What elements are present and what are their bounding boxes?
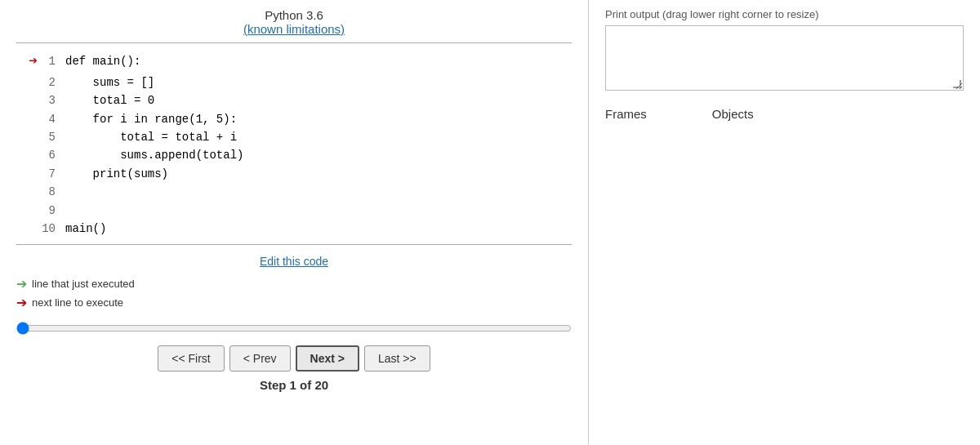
code-area: ➔1def main():2 sums = []3 total = 04 for…: [16, 42, 572, 245]
line-code-4: for i in range(1, 5):: [65, 110, 237, 128]
green-arrow-icon: ➔: [16, 276, 27, 291]
line-number-3: 3: [41, 91, 65, 109]
legend: ➔ line that just executed ➔ next line to…: [0, 276, 588, 314]
line-code-2: sums = []: [65, 73, 154, 91]
line-number-2: 2: [41, 73, 65, 91]
line-number-5: 5: [41, 128, 65, 146]
frames-objects-section: Frames Objects: [605, 107, 964, 121]
code-line-8: 8: [16, 183, 572, 201]
code-line-9: 9: [16, 202, 572, 220]
line-code-10: main(): [65, 220, 106, 238]
prev-button[interactable]: < Prev: [229, 345, 291, 372]
code-line-3: 3 total = 0: [16, 91, 572, 109]
legend-red-label: next line to execute: [32, 296, 123, 309]
current-line-arrow: ➔: [29, 50, 38, 73]
code-line-7: 7 print(sums): [16, 165, 572, 183]
legend-green-label: line that just executed: [32, 278, 135, 290]
print-output-label: Print output (drag lower right corner to…: [605, 8, 964, 20]
code-line-4: 4 for i in range(1, 5):: [16, 110, 572, 128]
known-limitations-link[interactable]: (known limitations): [243, 22, 345, 36]
line-code-5: total = total + i: [65, 128, 237, 146]
line-number-10: 10: [41, 220, 65, 238]
step-slider[interactable]: [16, 322, 572, 335]
code-line-2: 2 sums = []: [16, 73, 572, 91]
code-header: Python 3.6 (known limitations): [0, 8, 588, 36]
frames-label: Frames: [605, 107, 647, 121]
line-number-1: 1: [41, 52, 65, 70]
legend-red: ➔ next line to execute: [16, 295, 572, 310]
edit-link-container: Edit this code: [0, 255, 588, 268]
objects-label: Objects: [712, 107, 754, 121]
line-number-4: 4: [41, 110, 65, 128]
step-label: Step 1 of 20: [0, 378, 588, 392]
line-number-6: 6: [41, 146, 65, 164]
code-line-6: 6 sums.append(total): [16, 146, 572, 164]
resize-handle[interactable]: [953, 80, 961, 88]
edit-this-code-link[interactable]: Edit this code: [260, 255, 328, 268]
line-code-1: def main():: [65, 52, 140, 70]
code-line-5: 5 total = total + i: [16, 128, 572, 146]
last-button[interactable]: Last >>: [364, 345, 430, 372]
right-panel: Print output (drag lower right corner to…: [588, 0, 980, 445]
print-output-box[interactable]: [605, 25, 964, 91]
line-number-8: 8: [41, 183, 65, 201]
line-number-7: 7: [41, 165, 65, 183]
line-number-9: 9: [41, 202, 65, 220]
first-button[interactable]: << First: [158, 345, 224, 372]
navigation-buttons: << First < Prev Next > Last >>: [0, 345, 588, 372]
line-code-7: print(sums): [65, 165, 168, 183]
code-line-1: ➔1def main():: [16, 50, 572, 73]
red-arrow-icon: ➔: [16, 295, 27, 310]
code-line-10: 10main(): [16, 220, 572, 238]
line-code-6: sums.append(total): [65, 146, 243, 164]
legend-green: ➔ line that just executed: [16, 276, 572, 291]
python-version-title: Python 3.6: [0, 8, 588, 22]
line-code-3: total = 0: [65, 91, 154, 109]
next-button[interactable]: Next >: [296, 345, 359, 372]
step-slider-container: [0, 322, 588, 337]
